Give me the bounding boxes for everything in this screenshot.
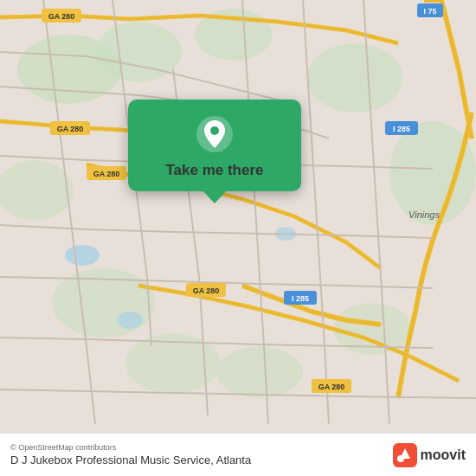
- svg-text:GA 280: GA 280: [48, 12, 75, 21]
- location-popup: Take me there: [128, 100, 301, 191]
- moovit-logo-icon: [393, 443, 417, 467]
- osm-credit: © OpenStreetMap contributors: [10, 443, 251, 452]
- moovit-logo: moovit: [393, 443, 466, 467]
- svg-text:I 285: I 285: [292, 294, 309, 303]
- take-me-there-button[interactable]: Take me there: [165, 162, 263, 179]
- info-bar: © OpenStreetMap contributors D J Jukebox…: [0, 433, 476, 476]
- svg-point-11: [65, 245, 100, 266]
- svg-text:GA 280: GA 280: [318, 383, 345, 391]
- svg-text:Vinings: Vinings: [408, 209, 440, 220]
- location-label: D J Jukebox Professional Music Service, …: [10, 453, 251, 466]
- svg-text:GA 280: GA 280: [93, 170, 120, 178]
- svg-text:I 285: I 285: [393, 125, 410, 133]
- svg-point-32: [210, 126, 219, 135]
- svg-text:I 75: I 75: [423, 7, 436, 16]
- map-container: GA 280 I 75 I 285 GA 280 GA 280 GA 280 I…: [0, 0, 476, 433]
- svg-point-8: [216, 346, 303, 398]
- svg-text:GA 280: GA 280: [193, 286, 220, 295]
- moovit-text: moovit: [421, 447, 466, 463]
- svg-point-12: [117, 312, 143, 329]
- svg-point-4: [307, 43, 402, 113]
- info-left: © OpenStreetMap contributors D J Jukebox…: [10, 443, 251, 466]
- svg-text:GA 280: GA 280: [57, 125, 84, 133]
- location-pin-icon: [196, 115, 234, 153]
